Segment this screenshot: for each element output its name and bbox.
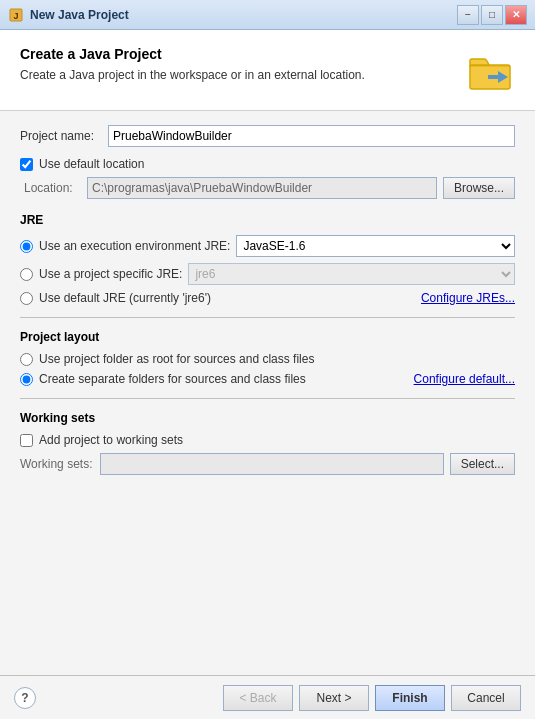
jre-environment-select[interactable]: JavaSE-1.6 bbox=[236, 235, 515, 257]
working-sets-header: Working sets bbox=[20, 411, 515, 425]
dialog-title: Create a Java Project bbox=[20, 46, 365, 62]
jre-option2-radio[interactable] bbox=[20, 268, 33, 281]
configure-default-link[interactable]: Configure default... bbox=[414, 372, 515, 386]
jre-option3-radio[interactable] bbox=[20, 292, 33, 305]
location-label: Location: bbox=[24, 181, 79, 195]
jre-specific-select[interactable]: jre6 bbox=[188, 263, 515, 285]
header-text: Create a Java Project Create a Java proj… bbox=[20, 46, 365, 82]
jre-option2-row: Use a project specific JRE: jre6 bbox=[20, 263, 515, 285]
default-location-checkbox[interactable] bbox=[20, 158, 33, 171]
layout-option2-row: Create separate folders for sources and … bbox=[20, 372, 515, 386]
separator-1 bbox=[20, 317, 515, 318]
browse-button[interactable]: Browse... bbox=[443, 177, 515, 199]
svg-rect-3 bbox=[470, 65, 510, 67]
location-row: Location: Browse... bbox=[24, 177, 515, 199]
jre-option2-label: Use a project specific JRE: bbox=[39, 267, 182, 281]
default-location-label: Use default location bbox=[39, 157, 144, 171]
back-button[interactable]: < Back bbox=[223, 685, 293, 711]
layout-option1-radio[interactable] bbox=[20, 353, 33, 366]
working-sets-checkbox-row: Add project to working sets bbox=[20, 433, 515, 447]
svg-text:J: J bbox=[13, 11, 18, 21]
window-title: New Java Project bbox=[30, 8, 457, 22]
working-sets-section: Working sets Add project to working sets… bbox=[20, 411, 515, 475]
location-input[interactable] bbox=[87, 177, 437, 199]
footer-buttons: < Back Next > Finish Cancel bbox=[223, 685, 521, 711]
default-location-row: Use default location bbox=[20, 157, 515, 171]
working-sets-input-row: Working sets: Select... bbox=[20, 453, 515, 475]
close-button[interactable]: ✕ bbox=[505, 5, 527, 25]
select-button[interactable]: Select... bbox=[450, 453, 515, 475]
project-layout-header: Project layout bbox=[20, 330, 515, 344]
window-controls: − □ ✕ bbox=[457, 5, 527, 25]
working-sets-checkbox[interactable] bbox=[20, 434, 33, 447]
layout-option2-inner: Create separate folders for sources and … bbox=[20, 372, 414, 386]
working-sets-input[interactable] bbox=[100, 453, 443, 475]
window-icon: J bbox=[8, 7, 24, 23]
jre-option3-row: Use default JRE (currently 'jre6') Confi… bbox=[20, 291, 515, 305]
jre-option3-label: Use default JRE (currently 'jre6') bbox=[39, 291, 211, 305]
project-layout-section: Project layout Use project folder as roo… bbox=[20, 330, 515, 386]
jre-option1-radio[interactable] bbox=[20, 240, 33, 253]
working-sets-checkbox-label: Add project to working sets bbox=[39, 433, 183, 447]
jre-option1-row: Use an execution environment JRE: JavaSE… bbox=[20, 235, 515, 257]
dialog-content: Create a Java Project Create a Java proj… bbox=[0, 30, 535, 719]
working-sets-label: Working sets: bbox=[20, 457, 92, 471]
help-button[interactable]: ? bbox=[14, 687, 36, 709]
project-name-row: Project name: bbox=[20, 125, 515, 147]
layout-option2-label: Create separate folders for sources and … bbox=[39, 372, 306, 386]
layout-option1-row: Use project folder as root for sources a… bbox=[20, 352, 515, 366]
project-name-input[interactable] bbox=[108, 125, 515, 147]
jre-section-header: JRE bbox=[20, 213, 515, 227]
maximize-button[interactable]: □ bbox=[481, 5, 503, 25]
layout-option2-radio[interactable] bbox=[20, 373, 33, 386]
svg-rect-5 bbox=[488, 75, 498, 79]
cancel-button[interactable]: Cancel bbox=[451, 685, 521, 711]
dialog-footer: ? < Back Next > Finish Cancel bbox=[0, 675, 535, 719]
jre-option1-label: Use an execution environment JRE: bbox=[39, 239, 230, 253]
dialog-body: Project name: Use default location Locat… bbox=[0, 111, 535, 675]
finish-button[interactable]: Finish bbox=[375, 685, 445, 711]
layout-option1-label: Use project folder as root for sources a… bbox=[39, 352, 314, 366]
project-name-label: Project name: bbox=[20, 129, 100, 143]
folder-icon bbox=[465, 46, 515, 96]
dialog-description: Create a Java project in the workspace o… bbox=[20, 68, 365, 82]
next-button[interactable]: Next > bbox=[299, 685, 369, 711]
minimize-button[interactable]: − bbox=[457, 5, 479, 25]
separator-2 bbox=[20, 398, 515, 399]
title-bar: J New Java Project − □ ✕ bbox=[0, 0, 535, 30]
configure-jres-link[interactable]: Configure JREs... bbox=[421, 291, 515, 305]
jre-option3-inner: Use default JRE (currently 'jre6') bbox=[20, 291, 421, 305]
dialog-header: Create a Java Project Create a Java proj… bbox=[0, 30, 535, 111]
